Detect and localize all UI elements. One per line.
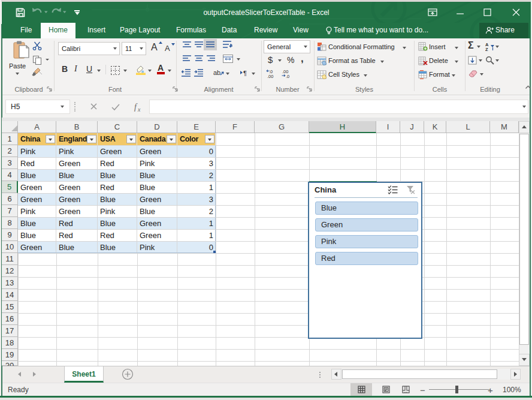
svg-text:ab: ab [213, 69, 220, 76]
svg-text:¶: ¶ [243, 70, 247, 77]
svg-text:.0: .0 [286, 74, 289, 79]
svg-text:x: x [137, 106, 141, 113]
svg-text:.00: .00 [267, 74, 273, 79]
svg-text:Z: Z [485, 47, 488, 51]
